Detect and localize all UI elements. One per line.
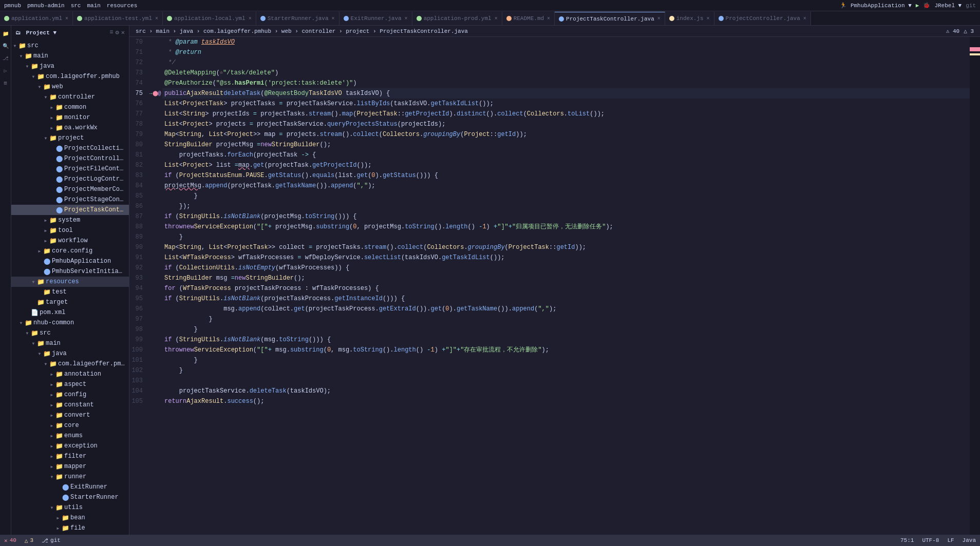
- tab-close-icon[interactable]: ×: [547, 16, 550, 22]
- tab-close-icon[interactable]: ×: [405, 16, 408, 22]
- code-line[interactable]: }: [162, 324, 970, 335]
- tree-item[interactable]: ▶📁constant: [11, 400, 129, 410]
- tab-close-icon[interactable]: ×: [803, 16, 806, 22]
- tab-close-icon[interactable]: ×: [155, 16, 158, 22]
- activity-run[interactable]: ▷: [2, 67, 10, 75]
- tree-item[interactable]: ▶📁oa.workWx: [11, 123, 129, 133]
- tree-item[interactable]: ▶📁enums: [11, 431, 129, 441]
- tree-item[interactable]: ▶📁convert: [11, 410, 129, 420]
- tree-item[interactable]: 📄pom.xml: [11, 307, 129, 318]
- tab-close-icon[interactable]: ×: [65, 16, 68, 22]
- tree-item[interactable]: ▶📁aspect: [11, 379, 129, 389]
- tree-item[interactable]: ⬤ProjectCollectionCo...: [11, 143, 129, 153]
- tree-item[interactable]: ▼📁web: [11, 82, 129, 92]
- tree-item[interactable]: ⬤ProjectStageContro...: [11, 194, 129, 205]
- tab-application-local-yml[interactable]: application-local.yml×: [163, 12, 256, 25]
- tab-close-icon[interactable]: ×: [657, 16, 661, 22]
- tree-item[interactable]: ▶📁core: [11, 420, 129, 431]
- tab-close-icon[interactable]: ×: [249, 16, 252, 22]
- code-line[interactable]: @DeleteMapping(☆"/task/delete"): [162, 68, 970, 78]
- tree-item[interactable]: ▶📁workflow: [11, 236, 129, 246]
- menu-src[interactable]: src: [71, 3, 81, 9]
- tree-item[interactable]: ▶📁common: [11, 102, 129, 112]
- tree-item[interactable]: ▶📁monitor: [11, 112, 129, 123]
- tree-item[interactable]: ▼📁controller: [11, 92, 129, 102]
- code-line[interactable]: if (StringUtils.isNotBlank(msg.toString(…: [162, 335, 970, 345]
- activity-extensions[interactable]: ⊞: [2, 79, 10, 87]
- tree-item[interactable]: ▼📁runner: [11, 472, 129, 482]
- tree-item[interactable]: ▼📁project: [11, 133, 129, 143]
- tree-item[interactable]: ▶📁filter: [11, 451, 129, 461]
- code-line[interactable]: }: [162, 365, 970, 376]
- menu-pmnub[interactable]: pmnub: [4, 3, 21, 9]
- code-line[interactable]: * @param taskIdsVO: [162, 37, 970, 47]
- tree-item[interactable]: ▶📁mapper: [11, 461, 129, 472]
- app-selector[interactable]: 🏃 PmhubApplication ▼: [840, 2, 911, 9]
- code-line[interactable]: projectTaskService.deleteTask(taskIdsVO)…: [162, 386, 970, 396]
- tab-application-yml[interactable]: application.yml×: [0, 12, 73, 25]
- tree-item[interactable]: ▶📁tool: [11, 225, 129, 236]
- tree-item[interactable]: ▼📁src: [11, 328, 129, 338]
- line-ending-status[interactable]: LF: [947, 537, 954, 543]
- code-line[interactable]: if (StringUtils.isNotBlank(projectMsg.to…: [162, 211, 970, 222]
- git-status[interactable]: ⎇ git: [42, 537, 61, 544]
- tab-index-js[interactable]: index.js×: [665, 12, 714, 25]
- tree-item[interactable]: ▼📁java: [11, 348, 129, 359]
- tab-ProjectController-java[interactable]: ProjectController.java×: [714, 12, 811, 25]
- code-line[interactable]: @PreAuthorize("@ss.hasPermi('project:tas…: [162, 78, 970, 88]
- tree-item[interactable]: ▶📁bean: [11, 513, 129, 523]
- tree-item[interactable]: ⬤ProjectFileController: [11, 164, 129, 174]
- tab-application-prod-yml[interactable]: application-prod.yml×: [412, 12, 502, 25]
- tab-close-icon[interactable]: ×: [707, 16, 710, 22]
- tree-item[interactable]: ⬤ProjectTaskControll...: [11, 205, 129, 215]
- tree-item[interactable]: ▶📁system: [11, 215, 129, 225]
- code-line[interactable]: }: [162, 191, 970, 201]
- code-line[interactable]: projectTasks.forEach(projectTask -> {: [162, 150, 970, 160]
- activity-search[interactable]: 🔍: [2, 42, 10, 50]
- code-line[interactable]: StringBuilder projectMsg = new StringBui…: [162, 140, 970, 150]
- code-line[interactable]: List<Project> projects = projectTaskServ…: [162, 119, 970, 129]
- code-line[interactable]: * @return: [162, 47, 970, 57]
- tab-ProjectTaskController-java[interactable]: ProjectTaskController.java×: [555, 12, 665, 25]
- run-button[interactable]: ▶: [916, 2, 919, 9]
- tab-application-test-yml[interactable]: application-test.yml×: [73, 12, 163, 25]
- jrebel-button[interactable]: JRebel ▼: [934, 3, 962, 9]
- tree-item[interactable]: ▼📁src: [11, 41, 129, 51]
- tree-item[interactable]: ▼📁nhub-common: [11, 318, 129, 328]
- tree-item[interactable]: ▼📁main: [11, 338, 129, 348]
- code-line[interactable]: if (CollectionUtils.isNotEmpty(wfTaskPro…: [162, 263, 970, 273]
- code-line[interactable]: public AjaxResult deleteTask(@RequestBod…: [162, 88, 970, 99]
- settings-icon[interactable]: ⚙: [116, 29, 119, 36]
- menu-main[interactable]: main: [87, 3, 100, 9]
- tab-close-icon[interactable]: ×: [495, 16, 498, 22]
- code-line[interactable]: Map<String, List<Project>> map = project…: [162, 129, 970, 140]
- menu-resources[interactable]: resources: [107, 3, 137, 9]
- tab-close-icon[interactable]: ×: [332, 16, 335, 22]
- code-line[interactable]: }: [162, 314, 970, 324]
- tree-item[interactable]: ⬤ExitRunner: [11, 482, 129, 492]
- tree-item[interactable]: ⬤ProjectLogControlle...: [11, 174, 129, 184]
- debug-button[interactable]: 🐞: [923, 2, 930, 9]
- code-line[interactable]: projectMsg.append(projectTask.getTaskNam…: [162, 181, 970, 191]
- code-editor[interactable]: * @param taskIdsVO * @return */@DeleteMa…: [160, 37, 970, 535]
- error-status[interactable]: ✕ 40: [4, 537, 16, 544]
- code-line[interactable]: List<ProjectTask> projectTasks = project…: [162, 99, 970, 109]
- tree-item[interactable]: ▶📁config: [11, 389, 129, 400]
- tree-item[interactable]: ⬤ProjectController: [11, 153, 129, 164]
- tree-item[interactable]: ▶📁file: [11, 523, 129, 533]
- tree-item[interactable]: ▼📁main: [11, 51, 129, 61]
- code-line[interactable]: List<String> projectIds = projectTasks.s…: [162, 109, 970, 119]
- tree-item[interactable]: ▼📁com.laigeoffer.pmhub.common: [11, 359, 129, 369]
- tree-item[interactable]: ▼📁resources: [11, 277, 129, 287]
- tree-item[interactable]: ⬤PmhubServletInitializer: [11, 266, 129, 277]
- code-line[interactable]: throw new ServiceException("[" + project…: [162, 222, 970, 232]
- code-line[interactable]: throw new ServiceException("[" + msg.sub…: [162, 345, 970, 355]
- tree-item[interactable]: ▼📁utils: [11, 502, 129, 513]
- code-line[interactable]: List<Project> list = map.get(projectTask…: [162, 160, 970, 170]
- encoding-status[interactable]: UTF-8: [922, 537, 939, 543]
- code-line[interactable]: List<WfTaskProcess> wfTaskProcesses = wf…: [162, 252, 970, 263]
- menu-pmnub-admin[interactable]: pmnub-admin: [27, 3, 65, 9]
- tree-item[interactable]: ▼📁java: [11, 61, 129, 71]
- activity-explorer[interactable]: 📁: [2, 30, 10, 38]
- code-line[interactable]: [162, 376, 970, 386]
